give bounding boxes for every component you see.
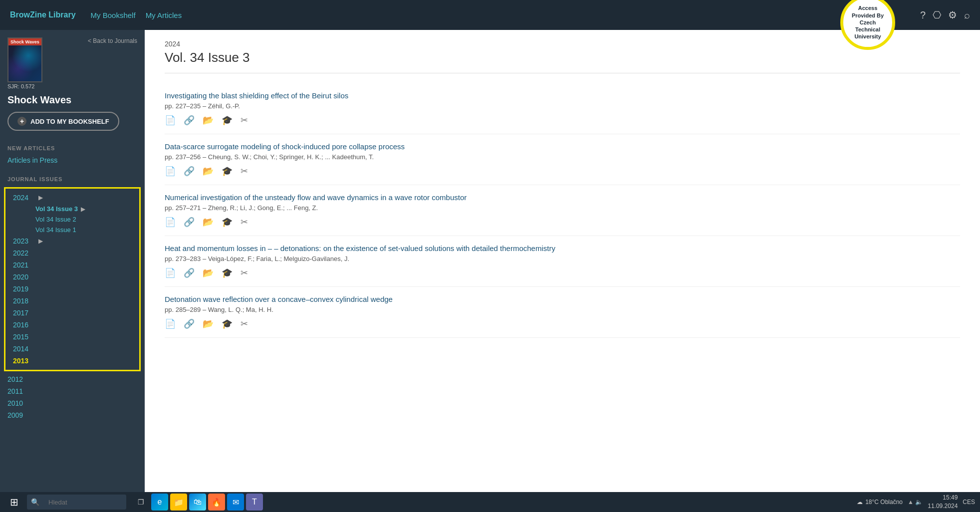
nav-my-articles[interactable]: My Articles — [146, 11, 182, 19]
year-row-2020[interactable]: 2020 — [5, 271, 139, 283]
year-row-2012[interactable]: 2012 — [0, 373, 145, 385]
article-title-4[interactable]: Heat and momentum losses in – – detonati… — [165, 244, 960, 253]
year-label-2015: 2015 — [13, 333, 35, 341]
share-icon-4[interactable]: ✂ — [241, 267, 248, 278]
settings-icon[interactable]: ⚙ — [948, 9, 957, 21]
folder-icon-3[interactable]: 📂 — [203, 217, 214, 228]
journal-header: Shock Waves Back to Journals SJR: 0.572 … — [0, 30, 145, 138]
search-icon[interactable]: ⌕ — [964, 9, 970, 21]
year-row-2010[interactable]: 2010 — [0, 397, 145, 409]
journal-issues-section: 2024 ▶ Vol 34 Issue 3 ▶ Vol 34 Issue 2 V… — [4, 187, 141, 371]
article-meta-5: pp. 285–289 – Wang, L. Q.; Ma, H. H. — [165, 306, 960, 313]
year-label-2013: 2013 — [13, 357, 35, 365]
share-icon-3[interactable]: ✂ — [241, 217, 248, 228]
link-icon-3[interactable]: 🔗 — [184, 217, 195, 228]
tablet-icon[interactable]: ⎔ — [933, 9, 941, 21]
cite-icon-4[interactable]: 🎓 — [222, 267, 233, 278]
issue-row-vol34-1[interactable]: Vol 34 Issue 1 — [5, 225, 139, 235]
access-line1: Access Provided By — [847, 4, 888, 19]
journal-title: Shock Waves — [7, 94, 71, 106]
pdf-icon-1[interactable]: 📄 — [165, 115, 176, 126]
folder-icon-4[interactable]: 📂 — [203, 267, 214, 278]
folder-icon-1[interactable]: 📂 — [203, 115, 214, 126]
pdf-icon-3[interactable]: 📄 — [165, 217, 176, 228]
article-actions-1: 📄 🔗 📂 🎓 ✂ — [165, 115, 960, 126]
year-row-2015[interactable]: 2015 — [5, 331, 139, 343]
cover-image: Shock Waves — [8, 38, 41, 81]
article-item-5: Detonation wave reflection over a concav… — [165, 287, 960, 338]
back-to-journals-link[interactable]: Back to Journals — [47, 37, 137, 44]
article-authors-4: Veiga-López, F.; Faria, L.; Melguizo-Gav… — [208, 255, 349, 262]
issue-link-vol34-1[interactable]: Vol 34 Issue 1 — [35, 226, 76, 234]
year-row-2018[interactable]: 2018 — [5, 295, 139, 307]
article-item-1: Investigating the blast shielding effect… — [165, 83, 960, 134]
access-line2: Czech Technical University — [847, 19, 888, 40]
help-icon[interactable]: ? — [920, 9, 926, 21]
article-actions-3: 📄 🔗 📂 🎓 ✂ — [165, 217, 960, 228]
year-label-2022: 2022 — [13, 249, 35, 257]
issue-row-vol34-3[interactable]: Vol 34 Issue 3 ▶ — [5, 204, 139, 214]
articles-in-press-link[interactable]: Articles in Press — [0, 154, 145, 169]
issue-link-vol34-2[interactable]: Vol 34 Issue 2 — [35, 216, 76, 223]
year-label-2024: 2024 — [13, 194, 35, 202]
year-row-2022[interactable]: 2022 — [5, 247, 139, 259]
add-to-bookshelf-button[interactable]: + ADD TO MY BOOKSHELF — [7, 112, 119, 131]
article-actions-2: 📄 🔗 📂 🎓 ✂ — [165, 166, 960, 177]
top-nav: BrowZine Library My Bookshelf My Article… — [0, 0, 980, 30]
year-label-2018: 2018 — [13, 297, 35, 305]
issue-title: Vol. 34 Issue 3 — [165, 50, 960, 73]
article-title-5[interactable]: Detonation wave reflection over a concav… — [165, 295, 960, 303]
chevron-right-2024: ▶ — [38, 194, 43, 201]
year-label-2014: 2014 — [13, 345, 35, 353]
link-icon-2[interactable]: 🔗 — [184, 166, 195, 177]
journal-cover: Shock Waves — [7, 37, 42, 82]
year-label-2012: 2012 — [7, 375, 30, 383]
article-separator-5: – — [203, 306, 208, 313]
article-title-3[interactable]: Numerical investigation of the unsteady … — [165, 193, 960, 202]
year-row-2019[interactable]: 2019 — [5, 283, 139, 295]
article-separator-4: – — [203, 255, 208, 262]
year-row-2014[interactable]: 2014 — [5, 343, 139, 355]
pdf-icon-5[interactable]: 📄 — [165, 318, 176, 329]
pdf-icon-2[interactable]: 📄 — [165, 166, 176, 177]
article-actions-4: 📄 🔗 📂 🎓 ✂ — [165, 267, 960, 278]
nav-my-bookshelf[interactable]: My Bookshelf — [91, 11, 136, 19]
main-layout: Shock Waves Back to Journals SJR: 0.572 … — [0, 30, 980, 492]
brand-link[interactable]: BrowZine Library — [10, 10, 76, 19]
issue-row-vol34-2[interactable]: Vol 34 Issue 2 — [5, 214, 139, 225]
sidebar: Shock Waves Back to Journals SJR: 0.572 … — [0, 30, 145, 492]
article-title-1[interactable]: Investigating the blast shielding effect… — [165, 91, 960, 100]
year-row-2023[interactable]: 2023 ▶ — [5, 235, 139, 247]
cite-icon-5[interactable]: 🎓 — [222, 318, 233, 329]
nav-right: ? ⎔ ⚙ ⌕ — [920, 9, 970, 21]
article-item-4: Heat and momentum losses in – – detonati… — [165, 236, 960, 287]
share-icon-5[interactable]: ✂ — [241, 318, 248, 329]
folder-icon-5[interactable]: 📂 — [203, 318, 214, 329]
main-content: 2024 Vol. 34 Issue 3 Investigating the b… — [145, 30, 980, 492]
year-label-2020: 2020 — [13, 273, 35, 281]
pdf-icon-4[interactable]: 📄 — [165, 267, 176, 278]
year-row-2024[interactable]: 2024 ▶ — [5, 192, 139, 204]
link-icon-5[interactable]: 🔗 — [184, 318, 195, 329]
year-row-2021[interactable]: 2021 — [5, 259, 139, 271]
article-pages-5: pp. 285–289 — [165, 306, 201, 313]
cite-icon-2[interactable]: 🎓 — [222, 166, 233, 177]
year-row-2016[interactable]: 2016 — [5, 319, 139, 331]
year-row-2011[interactable]: 2011 — [0, 385, 145, 397]
link-icon-4[interactable]: 🔗 — [184, 267, 195, 278]
cite-icon-3[interactable]: 🎓 — [222, 217, 233, 228]
share-icon-2[interactable]: ✂ — [241, 166, 248, 177]
year-row-2013[interactable]: 2013 — [5, 355, 139, 367]
plus-icon: + — [17, 117, 26, 126]
year-label-2021: 2021 — [13, 261, 35, 269]
share-icon-1[interactable]: ✂ — [241, 115, 248, 126]
folder-icon-2[interactable]: 📂 — [203, 166, 214, 177]
article-actions-5: 📄 🔗 📂 🎓 ✂ — [165, 318, 960, 329]
cite-icon-1[interactable]: 🎓 — [222, 115, 233, 126]
year-label-2017: 2017 — [13, 309, 35, 317]
year-row-2017[interactable]: 2017 — [5, 307, 139, 319]
link-icon-1[interactable]: 🔗 — [184, 115, 195, 126]
issue-link-vol34-3[interactable]: Vol 34 Issue 3 — [35, 205, 78, 213]
article-title-2[interactable]: Data-scarce surrogate modeling of shock-… — [165, 142, 960, 151]
year-row-2009[interactable]: 2009 — [0, 409, 145, 421]
